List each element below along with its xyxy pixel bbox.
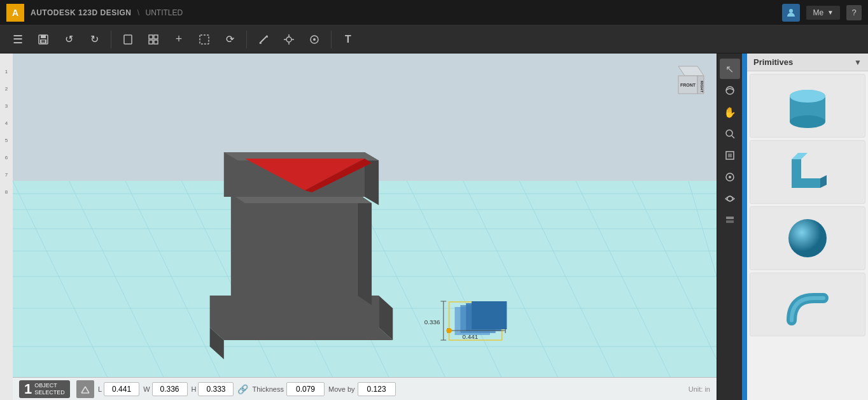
scene-svg: 0.441 0.336: [13, 54, 717, 400]
svg-point-0: [789, 9, 793, 13]
transform-btn[interactable]: [193, 28, 216, 51]
svg-rect-87: [726, 220, 734, 223]
primitives-list: [747, 71, 868, 400]
refresh-btn[interactable]: ⟳: [218, 28, 241, 51]
svg-point-71: [446, 328, 452, 333]
svg-rect-10: [200, 35, 209, 44]
text-btn[interactable]: T: [337, 28, 360, 51]
orbit-tool[interactable]: [720, 80, 740, 101]
user-button[interactable]: Me ▼: [806, 6, 840, 20]
toolbar-sep-3: [331, 31, 332, 48]
length-input[interactable]: [104, 382, 139, 396]
select-tool[interactable]: ↖: [720, 59, 740, 79]
redo-btn[interactable]: ↻: [83, 28, 106, 51]
menu-btn[interactable]: ☰: [6, 28, 29, 51]
app-logo: A: [6, 4, 24, 22]
svg-marker-51: [358, 194, 372, 305]
help-button[interactable]: ?: [846, 5, 862, 20]
length-group: L: [98, 382, 139, 396]
new-btn[interactable]: [116, 28, 139, 51]
selected-count: 1 OBJECT SELECTED: [19, 380, 70, 398]
height-group: H: [192, 382, 234, 396]
svg-marker-92: [792, 159, 820, 188]
undo-btn[interactable]: ↺: [57, 28, 80, 51]
moveby-group: Move by: [328, 382, 396, 396]
section-tool[interactable]: [720, 167, 740, 187]
resize-handle[interactable]: [742, 54, 747, 400]
thickness-input[interactable]: [286, 382, 325, 396]
primitives-title: Primitives: [753, 57, 793, 67]
grid-btn[interactable]: [142, 28, 165, 51]
fit-tool[interactable]: [720, 145, 740, 166]
object-icon: [76, 380, 94, 398]
material-btn[interactable]: [303, 28, 326, 51]
app-title: AUTODESK 123D DESIGN \ UNTITLED: [31, 8, 782, 17]
nav-cube-front-label: FRONT: [680, 83, 696, 87]
user-menu: Me ▼ ?: [782, 4, 862, 22]
svg-rect-62: [472, 301, 507, 329]
toolbar-sep-1: [111, 31, 111, 48]
measure-btn[interactable]: [252, 28, 275, 51]
svg-rect-50: [231, 194, 358, 296]
svg-rect-9: [154, 40, 158, 44]
toolbar: ☰ ↺ ↻ + ⟳ T: [0, 25, 868, 54]
svg-rect-8: [149, 40, 153, 44]
svg-point-21: [313, 38, 316, 41]
svg-point-78: [726, 87, 734, 94]
height-input[interactable]: [198, 382, 234, 396]
moveby-input[interactable]: [358, 382, 396, 396]
svg-rect-86: [726, 217, 734, 219]
layers-tool[interactable]: [720, 210, 740, 231]
addshape-btn[interactable]: +: [167, 28, 190, 51]
primitive-cylinder[interactable]: [750, 74, 865, 138]
viewport[interactable]: 0.441 0.336 FRONT RIGHT: [13, 54, 717, 400]
svg-marker-93: [792, 153, 808, 159]
statusbar: 1 OBJECT SELECTED L W H 🔗: [13, 377, 717, 400]
primitive-elbow[interactable]: [750, 273, 865, 336]
width-group: W: [143, 382, 187, 396]
primitives-panel: Primitives ▼: [747, 54, 868, 400]
primitive-corner-bracket[interactable]: [750, 140, 865, 204]
svg-point-95: [788, 219, 827, 257]
unit-label: Unit: in: [689, 385, 710, 393]
width-input[interactable]: [152, 382, 188, 396]
svg-rect-6: [149, 35, 153, 39]
svg-rect-5: [124, 35, 132, 44]
svg-rect-2: [41, 35, 46, 38]
nav-cube[interactable]: FRONT RIGHT: [666, 60, 710, 104]
svg-line-76: [81, 387, 85, 393]
svg-point-15: [286, 37, 291, 42]
svg-text:0.441: 0.441: [462, 333, 478, 339]
svg-line-77: [85, 387, 89, 393]
svg-line-80: [732, 136, 734, 138]
svg-point-91: [790, 90, 825, 103]
svg-marker-72: [678, 66, 704, 76]
save-btn[interactable]: [32, 28, 55, 51]
svg-rect-4: [41, 40, 45, 43]
view-tool[interactable]: [720, 189, 740, 209]
svg-text:0.336: 0.336: [424, 318, 440, 325]
svg-marker-94: [820, 175, 827, 188]
link-icon[interactable]: 🔗: [237, 384, 248, 394]
user-avatar: [782, 4, 800, 22]
svg-rect-82: [728, 154, 732, 157]
svg-point-79: [726, 130, 732, 136]
right-tools: ↖ ✋: [717, 54, 742, 400]
pan-tool[interactable]: ✋: [720, 102, 740, 122]
svg-point-84: [729, 176, 731, 178]
primitive-sphere[interactable]: [750, 206, 865, 270]
nav-cube-right-label: RIGHT: [700, 81, 704, 93]
svg-point-90: [790, 115, 825, 128]
snap-btn[interactable]: [277, 28, 300, 51]
left-ruler: 1 2 3 4 5 6 7 8: [0, 54, 13, 400]
svg-rect-7: [154, 35, 158, 39]
svg-rect-48: [210, 296, 379, 327]
thickness-group: Thickness: [252, 382, 325, 396]
primitives-header: Primitives ▼: [747, 54, 868, 71]
toolbar-sep-2: [246, 31, 247, 48]
svg-marker-46: [210, 327, 393, 340]
primitives-dropdown[interactable]: ▼: [854, 58, 862, 67]
zoom-tool[interactable]: [720, 124, 740, 144]
